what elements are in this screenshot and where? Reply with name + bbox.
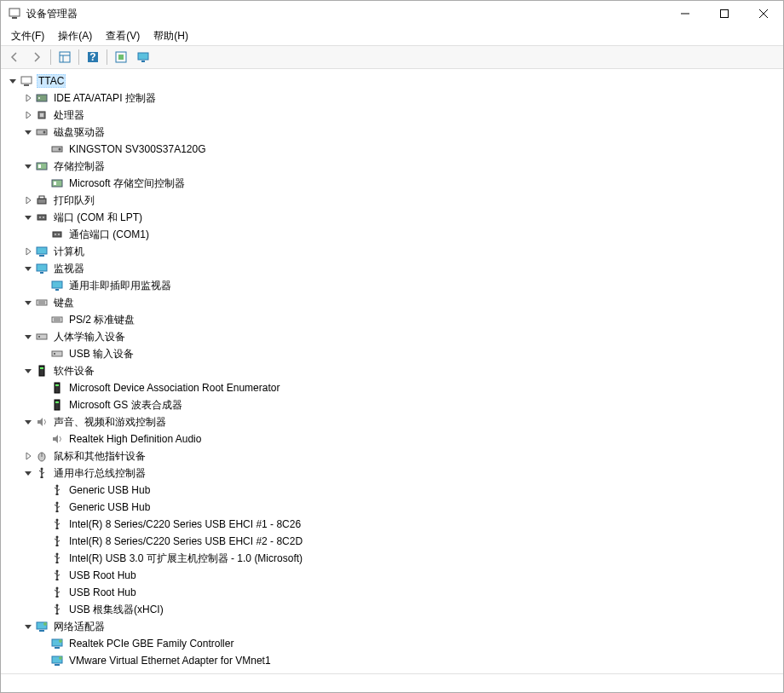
expand-arrow-icon[interactable] <box>21 449 35 463</box>
collapse-arrow-icon[interactable] <box>21 364 35 378</box>
svg-rect-78 <box>56 562 59 563</box>
tree-category[interactable]: 通用串行总线控制器 <box>1 465 783 482</box>
tree-device[interactable]: Microsoft GS 波表合成器 <box>1 396 783 413</box>
tree-category[interactable]: 磁盘驱动器 <box>1 124 783 141</box>
svg-rect-54 <box>40 367 43 369</box>
collapse-arrow-icon[interactable] <box>21 211 35 224</box>
monitor-button[interactable] <box>133 48 153 66</box>
svg-rect-42 <box>55 289 59 291</box>
tree-device[interactable]: Intel(R) 8 Series/C220 Series USB EHCI #… <box>1 533 783 550</box>
tree-device[interactable]: PS/2 标准键盘 <box>1 311 783 328</box>
tree-device[interactable]: Realtek High Definition Audio <box>1 430 783 448</box>
tree-category[interactable]: 键盘 <box>1 294 783 311</box>
expand-arrow-icon[interactable] <box>21 193 35 207</box>
usb-icon <box>50 569 64 582</box>
disk-icon <box>35 125 49 139</box>
tree-category[interactable]: 人体学输入设备 <box>1 328 783 345</box>
help-button[interactable]: ? <box>83 48 103 66</box>
collapse-arrow-icon[interactable] <box>21 620 35 633</box>
storage-icon <box>35 159 49 173</box>
tree-category[interactable]: 网络适配器 <box>1 618 783 635</box>
tree-category[interactable]: 计算机 <box>1 243 783 260</box>
close-button[interactable] <box>744 1 783 26</box>
window-title: 设备管理器 <box>26 7 666 21</box>
tree-device[interactable]: Generic USB Hub <box>1 482 783 499</box>
menu-action[interactable]: 操作(A) <box>51 27 99 45</box>
expand-arrow-icon[interactable] <box>21 245 35 258</box>
tree-device[interactable]: 通信端口 (COM1) <box>1 226 783 243</box>
svg-rect-34 <box>53 232 61 237</box>
menubar: 文件(F) 操作(A) 查看(V) 帮助(H) <box>1 26 783 45</box>
collapse-arrow-icon[interactable] <box>21 125 35 139</box>
svg-rect-6 <box>60 52 70 62</box>
collapse-arrow-icon[interactable] <box>6 74 20 88</box>
svg-rect-63 <box>41 476 43 478</box>
app-icon <box>8 7 21 20</box>
tree-device[interactable]: Generic USB Hub <box>1 499 783 516</box>
collapse-arrow-icon[interactable] <box>21 330 35 344</box>
tree-category[interactable]: 声音、视频和游戏控制器 <box>1 413 783 430</box>
collapse-arrow-icon[interactable] <box>21 466 35 480</box>
device-tree[interactable]: TTACIDE ATA/ATAPI 控制器处理器磁盘驱动器KINGSTON SV… <box>1 69 783 673</box>
tree-device[interactable]: Microsoft Device Association Root Enumer… <box>1 379 783 396</box>
tree-device[interactable]: USB 输入设备 <box>1 345 783 362</box>
tree-node-label: USB Root Hub <box>67 569 138 582</box>
menu-help[interactable]: 帮助(H) <box>147 27 195 45</box>
tree-category[interactable]: 打印队列 <box>1 192 783 209</box>
forward-button[interactable] <box>26 48 47 66</box>
tree-device[interactable]: Realtek PCIe GBE Family Controller <box>1 635 783 652</box>
tree-device[interactable]: Microsoft 存储空间控制器 <box>1 175 783 192</box>
show-hide-tree-button[interactable] <box>55 48 75 66</box>
tree-device[interactable]: VMware Virtual Ethernet Adapter for VMne… <box>1 652 783 669</box>
tree-device[interactable]: 通用非即插即用监视器 <box>1 277 783 294</box>
tree-node-label: 人体学输入设备 <box>52 329 127 345</box>
svg-point-32 <box>39 217 41 218</box>
toolbar-separator <box>78 49 79 65</box>
tree-category[interactable]: 监视器 <box>1 260 783 277</box>
menu-view[interactable]: 查看(V) <box>99 27 147 45</box>
svg-rect-41 <box>52 281 62 288</box>
collapse-arrow-icon[interactable] <box>21 262 35 275</box>
maximize-button[interactable] <box>705 1 744 26</box>
expand-arrow-icon[interactable] <box>21 91 35 105</box>
tree-category[interactable]: 鼠标和其他指针设备 <box>1 448 783 465</box>
tree-root[interactable]: TTAC <box>1 72 783 90</box>
expand-arrow-icon[interactable] <box>21 108 35 122</box>
printer-icon <box>35 193 49 207</box>
tree-node-label: USB 根集线器(xHCI) <box>67 602 165 618</box>
tree-node-label: 声音、视频和游戏控制器 <box>52 414 168 430</box>
tree-category[interactable]: 处理器 <box>1 107 783 124</box>
svg-rect-81 <box>56 579 59 580</box>
tree-category[interactable]: 端口 (COM 和 LPT) <box>1 209 783 226</box>
tree-device[interactable]: USB Root Hub <box>1 584 783 601</box>
tree-device[interactable]: Intel(R) 8 Series/C220 Series USB EHCI #… <box>1 516 783 533</box>
tree-category[interactable]: 软件设备 <box>1 362 783 379</box>
svg-rect-40 <box>40 272 43 274</box>
minimize-button[interactable] <box>666 1 705 26</box>
svg-rect-25 <box>37 163 47 170</box>
usb-icon <box>50 586 64 599</box>
tree-category[interactable]: 存储控制器 <box>1 158 783 175</box>
back-button[interactable] <box>4 48 25 66</box>
collapse-arrow-icon[interactable] <box>21 159 35 173</box>
menu-file[interactable]: 文件(F) <box>4 27 51 45</box>
tree-device[interactable]: KINGSTON SV300S37A120G <box>1 141 783 158</box>
tree-device[interactable]: USB 根集线器(xHCI) <box>1 601 783 618</box>
svg-rect-72 <box>56 528 59 529</box>
tree-node-label: 处理器 <box>52 107 86 124</box>
svg-rect-17 <box>37 95 47 101</box>
disk-icon <box>50 142 64 156</box>
collapse-arrow-icon[interactable] <box>21 296 35 309</box>
monitor-icon <box>35 262 49 275</box>
network-icon <box>35 620 49 633</box>
collapse-arrow-icon[interactable] <box>21 415 35 429</box>
scan-hardware-button[interactable] <box>111 48 131 66</box>
svg-rect-75 <box>56 545 59 546</box>
tree-device[interactable]: Intel(R) USB 3.0 可扩展主机控制器 - 1.0 (Microso… <box>1 550 783 567</box>
tree-device[interactable]: USB Root Hub <box>1 567 783 584</box>
tree-node-label: TTAC <box>37 74 66 88</box>
tree-node-label: USB Root Hub <box>67 586 138 599</box>
pc-icon <box>35 245 49 258</box>
tree-category[interactable]: IDE ATA/ATAPI 控制器 <box>1 90 783 107</box>
tree-node-label: 鼠标和其他指针设备 <box>52 448 147 465</box>
